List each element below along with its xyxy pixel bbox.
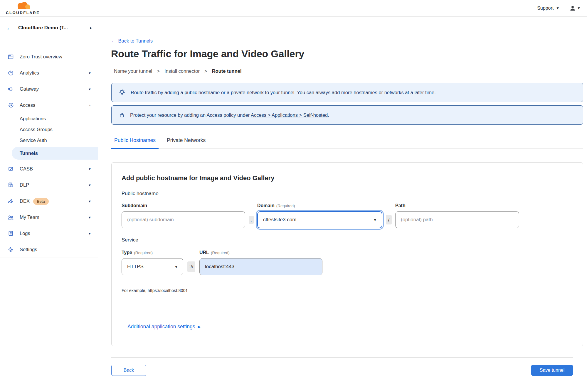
top-bar: CLOUDFLARE Support ▼ ▼ [0,0,587,17]
chevron-down-icon: ▼ [88,232,91,235]
user-icon [569,5,576,11]
sidebar-item-access[interactable]: Access ▲ [0,97,98,113]
logs-icon [7,230,14,236]
chevron-down-icon: ▼ [88,200,91,203]
chevron-down-icon: ▼ [556,6,559,10]
chevron-up-icon: ▲ [88,104,91,107]
sidebar-item-logs[interactable]: Logs ▼ [0,225,98,241]
step-install-connector[interactable]: Install connector [164,68,200,74]
back-to-tunnels-link[interactable]: ← Back to Tunnels [111,38,153,44]
back-arrow-icon: ← [111,38,116,44]
sidebar-item-casb[interactable]: CASB ▼ [0,161,98,177]
service-url-input[interactable] [199,258,322,275]
subdomain-input[interactable] [122,211,245,228]
sidebar-item-zero-trust-overview[interactable]: Zero Trust overview [0,49,98,65]
analytics-pie-icon [7,70,14,76]
footer-divider [111,357,573,358]
chevron-down-icon: ▼ [88,183,91,187]
public-hostname-group-label: Public hostname [122,191,573,197]
chevron-right-icon: ▶ [198,325,201,329]
service-group-label: Service [122,237,573,243]
step-name-your-tunnel[interactable]: Name your tunnel [114,68,152,74]
domain-label: Domain(Required) [257,203,382,208]
sidebar-item-applications[interactable]: Applications [0,113,98,124]
cloudflare-wordmark: CLOUDFLARE [6,11,40,15]
main-content: ← Back to Tunnels Route Traffic for Imag… [98,17,587,392]
tab-private-networks[interactable]: Private Networks [164,135,208,149]
chevron-down-icon: ▼ [174,264,178,269]
dlp-icon [7,182,14,188]
slash-separator: / [386,215,392,224]
access-icon [7,102,14,108]
access-policy-banner: Protect your resource by adding an Acces… [111,105,583,125]
tab-bar: Public Hostnames Private Networks [111,135,583,148]
card-divider [122,301,573,301]
add-public-hostname-card: Add public hostname for Image and Video … [111,162,583,346]
access-applications-self-hosted-link[interactable]: Access > Applications > Self-hosted [251,112,328,118]
back-arrow-icon[interactable]: ← [6,24,13,31]
beta-badge: Beta [33,198,49,205]
cloudflare-cloud-icon [14,1,32,10]
user-menu[interactable]: ▼ [569,5,581,11]
sidebar-item-settings[interactable]: Settings [0,241,98,258]
chevron-down-icon: ▼ [88,87,91,91]
back-button[interactable]: Back [111,365,146,376]
path-input[interactable] [395,211,519,228]
chevron-down-icon: ▼ [88,71,91,75]
required-hint: (Required) [134,251,153,255]
step-route-tunnel: Route tunnel [212,68,242,74]
domain-select[interactable]: cftestsite3.com ▼ [257,211,382,228]
additional-application-settings-toggle[interactable]: Additional application settings ▶ [127,324,201,330]
sidebar-header: ← Cloudflare Demo (T... ▸ [0,17,98,39]
lock-icon [119,112,125,118]
wizard-steps: Name your tunnel > Install connector > R… [114,68,587,74]
chevron-down-icon: ▼ [577,6,581,10]
sidebar-item-dex[interactable]: DEXBeta ▼ [0,193,98,209]
required-hint: (Required) [276,204,295,208]
support-menu[interactable]: Support ▼ [537,6,559,11]
sidebar: ← Cloudflare Demo (T... ▸ Zero Trust ove… [0,17,98,258]
chevron-down-icon: ▼ [88,167,91,171]
account-name: Cloudflare Demo (T... [18,25,90,31]
team-icon [7,214,14,221]
sidebar-item-gateway[interactable]: Gateway ▼ [0,81,98,97]
sidebar-item-service-auth[interactable]: Service Auth [0,135,98,146]
casb-icon [7,166,14,172]
type-label: Type(Required) [122,250,183,255]
service-type-select[interactable]: HTTPS ▼ [122,258,183,275]
lightbulb-icon [119,89,126,96]
page-title: Route Traffic for Image and Video Galler… [111,48,587,60]
footer-actions: Back Save tunnel [111,365,573,376]
save-tunnel-button[interactable]: Save tunnel [531,365,573,376]
scheme-separator: :// [187,261,195,272]
chevron-right-icon[interactable]: ▸ [90,26,92,30]
card-heading: Add public hostname for Image and Video … [122,174,573,182]
sidebar-item-dlp[interactable]: DLP ▼ [0,177,98,193]
sidebar-item-access-groups[interactable]: Access Groups [0,124,98,135]
gear-icon [7,246,14,253]
cloudflare-logo: CLOUDFLARE [5,1,40,15]
chevron-down-icon: ▼ [88,216,91,219]
dot-separator: . [249,216,254,224]
sidebar-nav: Zero Trust overview Analytics ▼ Gateway … [0,39,98,258]
sidebar-item-analytics[interactable]: Analytics ▼ [0,65,98,81]
chevron-down-icon: ▼ [373,217,377,222]
gateway-icon [7,86,14,92]
sidebar-item-tunnels[interactable]: Tunnels [12,147,98,160]
subdomain-label: Subdomain [122,203,245,208]
access-subnav: Applications Access Groups Service Auth … [0,113,98,160]
sidebar-item-my-team[interactable]: My Team ▼ [0,209,98,225]
dex-icon [7,198,14,204]
route-traffic-tip-banner: Route traffic by adding a public hostnam… [111,83,583,102]
required-hint: (Required) [211,251,230,255]
url-example-hint: For example, https://localhost:8001 [122,288,573,293]
tab-public-hostnames[interactable]: Public Hostnames [111,135,159,149]
overview-window-icon [7,54,14,60]
path-label: Path [395,203,519,208]
url-label: URL(Required) [199,250,322,255]
